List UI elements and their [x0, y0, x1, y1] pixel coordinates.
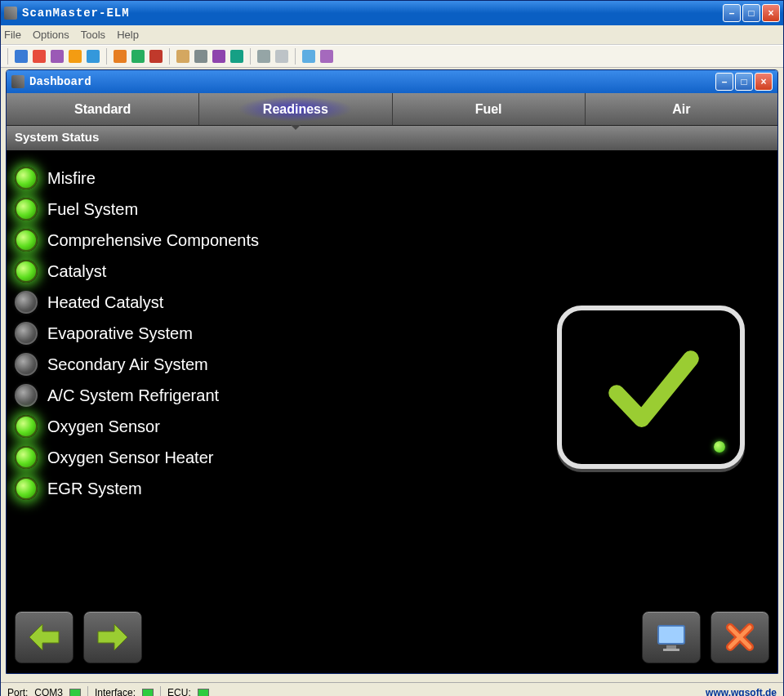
toolbar-icon-9[interactable]: [176, 50, 189, 63]
check-status-dot: [714, 441, 725, 453]
dashboard-title: Dashboard: [29, 75, 715, 88]
toolbar-separator: [250, 48, 251, 65]
inner-window-controls: – □ ×: [715, 73, 773, 91]
inner-minimize-button[interactable]: –: [715, 73, 733, 91]
statusbar-interface-label: Interface:: [95, 687, 136, 697]
statusbar-ecu-label: ECU:: [167, 687, 191, 697]
menu-file[interactable]: File: [4, 29, 21, 41]
close-button[interactable]: ×: [762, 4, 780, 22]
tab-readiness[interactable]: Readiness: [199, 93, 392, 125]
statusbar-port-label: Port:: [7, 687, 28, 697]
app-window: ScanMaster-ELM – □ × File Options Tools …: [0, 0, 784, 696]
checkmark-icon: [594, 330, 708, 444]
status-label: Comprehensive Components: [47, 231, 259, 250]
toolbar-icon-13[interactable]: [257, 50, 270, 63]
statusbar-separator: [160, 686, 161, 697]
toolbar-separator: [295, 48, 296, 65]
status-label: A/C System Refrigerant: [47, 386, 219, 405]
cancel-button[interactable]: [710, 611, 769, 663]
toolbar-icon-2[interactable]: [33, 50, 46, 63]
tab-standard[interactable]: Standard: [7, 93, 199, 125]
status-row: Comprehensive Components: [15, 229, 769, 252]
ecu-status-led: [198, 689, 209, 697]
status-led: [15, 167, 38, 190]
menu-options[interactable]: Options: [33, 29, 69, 41]
monitor-icon: [653, 621, 689, 654]
tab-label: Fuel: [475, 102, 502, 117]
tabbar: Standard Readiness Fuel Air: [7, 93, 777, 126]
status-label: Misfire: [47, 169, 96, 188]
toolbar-icon-3[interactable]: [51, 50, 64, 63]
toolbar-icon-8[interactable]: [149, 50, 163, 63]
status-label: EGR System: [47, 480, 142, 498]
status-label: Catalyst: [47, 262, 106, 281]
prev-button[interactable]: [15, 611, 74, 663]
status-row: EGR System: [15, 477, 769, 500]
toolbar-icon-5[interactable]: [87, 50, 100, 63]
arrow-right-icon: [95, 621, 131, 654]
app-title: ScanMaster-ELM: [22, 7, 723, 20]
dashboard-window: Dashboard – □ × Standard Readiness Fuel …: [6, 69, 778, 674]
tab-air[interactable]: Air: [586, 93, 777, 125]
tab-label: Standard: [74, 102, 131, 117]
status-led: [15, 322, 38, 345]
arrow-left-icon: [26, 621, 62, 654]
statusbar-separator: [87, 686, 88, 697]
toolbar-icon-10[interactable]: [194, 50, 207, 63]
status-label: Heated Catalyst: [47, 293, 163, 312]
toolbar-icon-1[interactable]: [15, 50, 28, 63]
statusbar-port-value: COM3: [34, 687, 63, 697]
readiness-check-panel: [557, 306, 745, 469]
status-led: [15, 446, 38, 469]
toolbar-separator: [7, 48, 8, 65]
toolbar-icon-7[interactable]: [131, 50, 145, 63]
inner-close-button[interactable]: ×: [755, 73, 773, 91]
toolbar-icon-16[interactable]: [320, 50, 333, 63]
status-led: [15, 353, 38, 376]
inner-maximize-button[interactable]: □: [735, 73, 753, 91]
status-label: Evaporative System: [47, 324, 193, 343]
statusbar-link[interactable]: www.wgsoft.de: [706, 687, 777, 697]
svg-rect-1: [666, 645, 676, 649]
tab-fuel[interactable]: Fuel: [393, 93, 586, 125]
monitor-button[interactable]: [642, 611, 701, 663]
status-led: [15, 477, 38, 500]
status-label: Oxygen Sensor: [47, 417, 160, 436]
status-row: Fuel System: [15, 198, 769, 221]
status-row: Misfire: [15, 167, 769, 190]
status-led: [15, 384, 38, 407]
status-label: Secondary Air System: [47, 355, 208, 374]
outer-titlebar[interactable]: ScanMaster-ELM – □ ×: [1, 1, 783, 25]
toolbar: [1, 45, 783, 68]
toolbar-icon-15[interactable]: [302, 50, 315, 63]
port-status-led: [69, 689, 81, 697]
statusbar: Port: COM3 Interface: ECU: www.wgsoft.de: [1, 682, 783, 696]
menu-tools[interactable]: Tools: [81, 29, 105, 41]
menubar: File Options Tools Help: [1, 25, 783, 45]
svg-rect-0: [658, 626, 684, 644]
status-led: [15, 260, 38, 283]
status-label: Oxygen Sensor Heater: [47, 448, 213, 467]
x-icon: [724, 621, 756, 654]
content-area: MisfireFuel SystemComprehensive Componen…: [7, 150, 777, 673]
svg-rect-2: [663, 649, 679, 651]
dashboard-icon: [11, 75, 24, 88]
toolbar-icon-11[interactable]: [212, 50, 225, 63]
next-button[interactable]: [83, 611, 142, 663]
menu-help[interactable]: Help: [117, 29, 139, 41]
toolbar-icon-6[interactable]: [114, 50, 127, 63]
toolbar-icon-4[interactable]: [69, 50, 82, 63]
toolbar-icon-14[interactable]: [275, 50, 288, 63]
status-led: [15, 415, 38, 438]
inner-titlebar[interactable]: Dashboard – □ ×: [7, 70, 777, 93]
window-controls: – □ ×: [723, 4, 780, 22]
maximize-button[interactable]: □: [742, 4, 760, 22]
status-led: [15, 291, 38, 314]
toolbar-separator: [106, 48, 107, 65]
minimize-button[interactable]: –: [723, 4, 741, 22]
toolbar-icon-12[interactable]: [230, 50, 243, 63]
interface-status-led: [142, 689, 154, 697]
app-icon: [4, 7, 17, 20]
bottom-nav-right: [642, 611, 769, 663]
tab-label: Air: [672, 102, 690, 117]
